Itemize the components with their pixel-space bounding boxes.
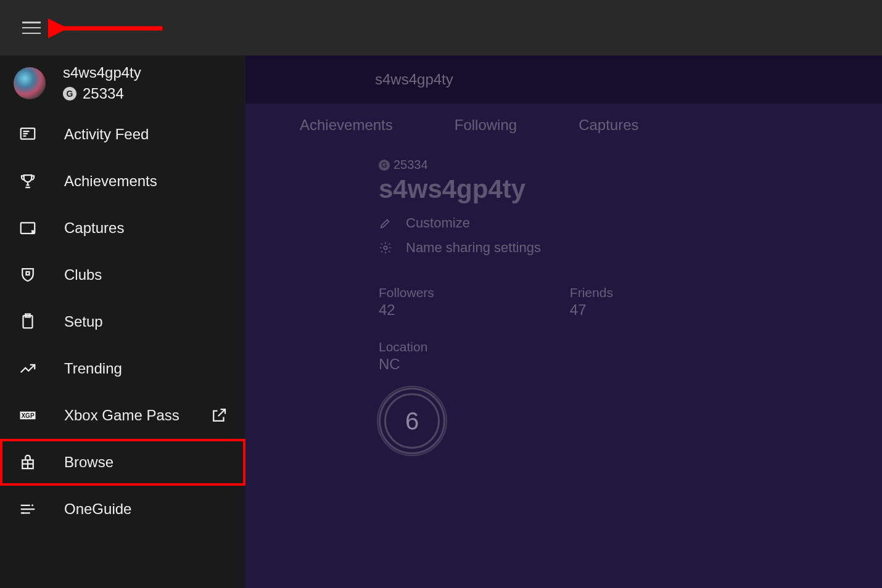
tab-captures[interactable]: Captures: [579, 116, 638, 134]
sidebar-item-setup[interactable]: Setup: [0, 298, 245, 345]
profile-card: G 25334 s4ws4gp4ty Customize Name sharin…: [245, 147, 882, 454]
svg-point-10: [384, 246, 387, 250]
shield-icon: [19, 266, 37, 284]
gamerscore-icon: G: [379, 160, 390, 171]
sidebar-item-activity-feed[interactable]: Activity Feed: [0, 111, 245, 158]
trending-icon: [19, 359, 37, 378]
sidebar-label: OneGuide: [64, 500, 131, 518]
main-content: s4ws4gp4ty Achievements Following Captur…: [245, 55, 882, 588]
xgp-icon: XGP: [19, 406, 37, 425]
svg-rect-3: [27, 272, 30, 275]
tab-achievements[interactable]: Achievements: [300, 116, 393, 134]
svg-point-8: [31, 504, 33, 506]
sidebar-label: Xbox Game Pass: [64, 407, 179, 424]
customize-label: Customize: [406, 215, 470, 231]
sidebar-item-trending[interactable]: Trending: [0, 345, 245, 392]
trophy-icon: [19, 172, 37, 190]
main-header: s4ws4gp4ty: [245, 55, 882, 104]
svg-point-9: [22, 512, 24, 514]
external-link-icon: [210, 406, 228, 425]
tenure-badge: 6: [379, 388, 882, 454]
sidebar-item-xbox-game-pass[interactable]: XGP Xbox Game Pass: [0, 392, 245, 439]
sidebar: s4ws4gp4ty G 25334 Activity Feed Achieve…: [0, 55, 245, 588]
tenure-years: 6: [405, 407, 419, 435]
sidebar-label: Activity Feed: [64, 126, 149, 143]
sidebar-label: Setup: [64, 313, 103, 330]
sidebar-item-captures[interactable]: Captures: [0, 205, 245, 251]
profile-tabs: Achievements Following Captures: [245, 104, 882, 147]
sidebar-item-browse[interactable]: Browse: [0, 439, 245, 486]
followers-stat[interactable]: Followers 42: [379, 285, 434, 319]
friends-label: Friends: [570, 285, 613, 300]
location-value: NC: [379, 356, 882, 373]
pencil-icon: [379, 216, 392, 230]
clipboard-icon: [19, 312, 37, 331]
location-block: Location NC: [379, 340, 882, 373]
page-title: s4ws4gp4ty: [375, 71, 453, 88]
avatar: [14, 67, 46, 99]
captures-icon: [19, 219, 37, 237]
sidebar-item-oneguide[interactable]: OneGuide: [0, 486, 245, 533]
sidebar-label: Browse: [64, 454, 113, 471]
sidebar-item-achievements[interactable]: Achievements: [0, 158, 245, 205]
sidebar-gamertag: s4ws4gp4ty: [63, 64, 141, 81]
sidebar-label: Captures: [64, 219, 124, 237]
store-icon: [19, 453, 37, 472]
sidebar-nav: Activity Feed Achievements Captures Club…: [0, 111, 245, 533]
sidebar-label: Clubs: [64, 266, 102, 284]
friends-stat[interactable]: Friends 47: [570, 285, 613, 319]
sidebar-item-clubs[interactable]: Clubs: [0, 251, 245, 298]
followers-label: Followers: [379, 285, 434, 300]
activity-feed-icon: [19, 125, 37, 144]
followers-value: 42: [379, 301, 434, 319]
sidebar-profile[interactable]: s4ws4gp4ty G 25334: [0, 55, 245, 111]
gamerscore-icon: G: [63, 87, 76, 100]
sidebar-gamerscore: 25334: [83, 85, 124, 102]
name-sharing-label: Name sharing settings: [406, 240, 541, 256]
hamburger-menu-button[interactable]: [22, 22, 41, 34]
title-bar: [0, 0, 882, 55]
sidebar-label: Trending: [64, 360, 122, 377]
location-label: Location: [379, 340, 882, 354]
oneguide-icon: [19, 500, 37, 518]
customize-button[interactable]: Customize: [379, 215, 882, 231]
tab-following[interactable]: Following: [455, 116, 517, 134]
annotation-arrow: [48, 17, 165, 42]
profile-gamerscore: 25334: [394, 158, 428, 172]
name-sharing-button[interactable]: Name sharing settings: [379, 240, 882, 256]
svg-text:XGP: XGP: [21, 412, 34, 419]
gear-icon: [379, 241, 392, 255]
profile-gamertag: s4ws4gp4ty: [379, 174, 882, 204]
friends-value: 47: [570, 301, 613, 319]
sidebar-label: Achievements: [64, 173, 157, 190]
